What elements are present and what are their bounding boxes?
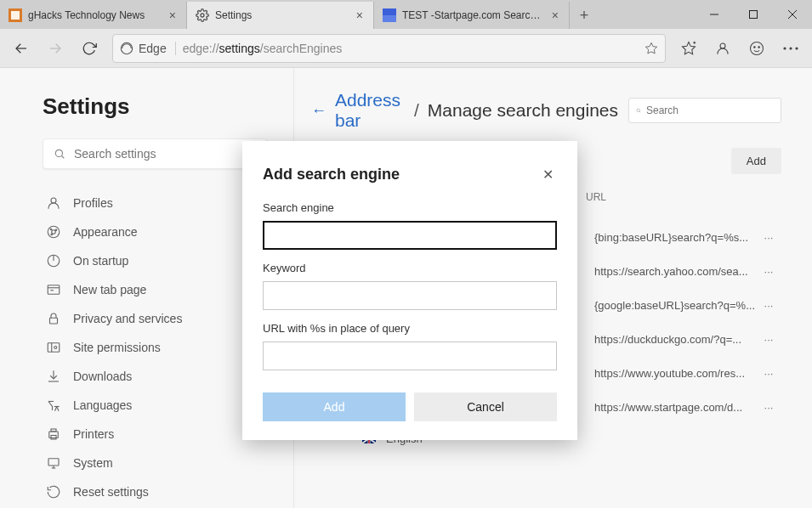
- sidebar-item-label: Reset settings: [73, 485, 149, 499]
- sidebar-item-languages[interactable]: Languages: [43, 392, 268, 419]
- close-icon[interactable]: ×: [550, 8, 560, 22]
- sidebar-item-privacy-and-services[interactable]: Privacy and services: [43, 305, 268, 332]
- row-more-button[interactable]: ···: [756, 231, 781, 244]
- close-window-button[interactable]: [773, 0, 812, 29]
- sidebar-item-label: Printers: [73, 427, 114, 441]
- row-more-button[interactable]: ···: [756, 265, 781, 278]
- svg-point-25: [51, 198, 56, 203]
- favorites-button[interactable]: [673, 32, 705, 65]
- row-more-button[interactable]: ···: [756, 401, 781, 414]
- column-url-header: URL: [586, 191, 781, 203]
- refresh-button[interactable]: [73, 32, 105, 65]
- keyword-input[interactable]: [263, 281, 557, 310]
- svg-rect-1: [11, 11, 20, 20]
- svg-marker-12: [645, 42, 656, 54]
- maximize-button[interactable]: [734, 0, 773, 29]
- sidebar-item-label: Languages: [73, 398, 132, 412]
- svg-point-27: [52, 230, 56, 234]
- dialog-cancel-button[interactable]: Cancel: [414, 392, 557, 421]
- sidebar-item-label: Site permissions: [73, 341, 161, 354]
- settings-search[interactable]: [43, 138, 268, 169]
- svg-point-22: [795, 47, 798, 49]
- page-search[interactable]: [628, 98, 781, 123]
- engine-url: https://search.yahoo.com/sea...: [594, 265, 756, 278]
- svg-point-2: [201, 14, 204, 17]
- sidebar-item-downloads[interactable]: Downloads: [43, 363, 268, 390]
- sidebar-item-printers[interactable]: Printers: [43, 421, 268, 448]
- svg-line-50: [639, 111, 640, 112]
- sidebar-item-on-startup[interactable]: On startup: [43, 247, 268, 274]
- new-tab-button[interactable]: +: [570, 2, 599, 29]
- svg-point-16: [720, 43, 725, 48]
- back-button[interactable]: [5, 32, 37, 65]
- row-more-button[interactable]: ···: [756, 299, 781, 312]
- dialog-add-button[interactable]: Add: [263, 392, 406, 421]
- appearance-icon: [46, 224, 61, 240]
- svg-point-19: [758, 46, 760, 48]
- person-icon: [46, 195, 61, 211]
- svg-rect-42: [49, 432, 59, 438]
- sidebar-item-new-tab-page[interactable]: New tab page: [43, 276, 268, 303]
- tab-settings[interactable]: Settings ×: [187, 2, 374, 29]
- svg-line-24: [62, 156, 65, 159]
- minimize-button[interactable]: [695, 0, 734, 29]
- svg-rect-44: [51, 436, 56, 440]
- feedback-button[interactable]: [741, 32, 773, 65]
- breadcrumb-link[interactable]: Address bar: [335, 90, 406, 131]
- edge-icon: [120, 42, 133, 55]
- identity-chip: Edge: [120, 42, 176, 55]
- system-icon: [46, 455, 61, 471]
- profile-button[interactable]: [707, 32, 739, 65]
- page-search-input[interactable]: [646, 104, 774, 116]
- engine-url: {google:baseURL}search?q=%...: [594, 299, 756, 312]
- field-label-name: Search engine: [263, 201, 557, 214]
- breadcrumb-back-icon[interactable]: ←: [311, 102, 327, 120]
- svg-point-20: [783, 47, 786, 49]
- add-search-engine-dialog: Add search engine ✕ Search engine Keywor…: [242, 141, 577, 440]
- svg-rect-43: [51, 429, 56, 432]
- sidebar-item-site-permissions[interactable]: Site permissions: [43, 334, 268, 361]
- tab-startpage[interactable]: TEST -Startpage.com Search resu ×: [374, 2, 570, 29]
- settings-search-input[interactable]: [74, 147, 257, 161]
- svg-point-11: [121, 42, 132, 54]
- tab-ghacks[interactable]: gHacks Technology News ×: [0, 2, 187, 29]
- sidebar-item-profiles[interactable]: Profiles: [43, 189, 268, 217]
- search-engine-name-input[interactable]: [263, 221, 557, 250]
- close-icon[interactable]: ×: [168, 8, 178, 22]
- close-icon[interactable]: ×: [355, 8, 365, 22]
- tab-title: gHacks Technology News: [28, 9, 162, 21]
- sidebar-item-label: New tab page: [73, 283, 146, 296]
- forward-button[interactable]: [39, 32, 71, 65]
- sidebar-item-reset-settings[interactable]: Reset settings: [43, 478, 268, 505]
- reset-icon: [46, 484, 61, 500]
- tab-title: TEST -Startpage.com Search resu: [402, 9, 544, 21]
- svg-point-28: [50, 229, 52, 230]
- row-more-button[interactable]: ···: [756, 367, 781, 380]
- newtab-icon: [46, 282, 61, 297]
- url-text: edge://settings/searchEngines: [183, 42, 638, 55]
- sidebar-item-appearance[interactable]: Appearance: [43, 218, 268, 246]
- favorite-icon[interactable]: [644, 42, 658, 55]
- startpage-icon: [383, 8, 396, 22]
- add-engine-button[interactable]: Add: [731, 148, 781, 174]
- tab-title: Settings: [215, 9, 349, 21]
- svg-point-39: [54, 347, 57, 349]
- permissions-icon: [46, 340, 61, 355]
- breadcrumb: ← Address bar / Manage search engines: [311, 90, 618, 131]
- sidebar-item-label: Appearance: [73, 225, 138, 239]
- field-label-keyword: Keyword: [263, 262, 557, 274]
- dialog-close-icon[interactable]: ✕: [539, 165, 557, 184]
- lock-icon: [46, 311, 61, 326]
- language-icon: [46, 398, 61, 413]
- address-bar[interactable]: Edge edge://settings/searchEngines: [112, 34, 666, 63]
- svg-rect-6: [750, 11, 758, 19]
- svg-rect-45: [48, 459, 59, 466]
- svg-rect-37: [48, 343, 60, 353]
- svg-rect-33: [48, 285, 60, 295]
- menu-button[interactable]: [775, 32, 807, 65]
- engine-url: https://www.startpage.com/d...: [594, 401, 756, 414]
- row-more-button[interactable]: ···: [756, 333, 781, 346]
- search-icon: [54, 148, 65, 160]
- sidebar-item-system[interactable]: System: [43, 449, 268, 477]
- url-template-input[interactable]: [263, 341, 557, 370]
